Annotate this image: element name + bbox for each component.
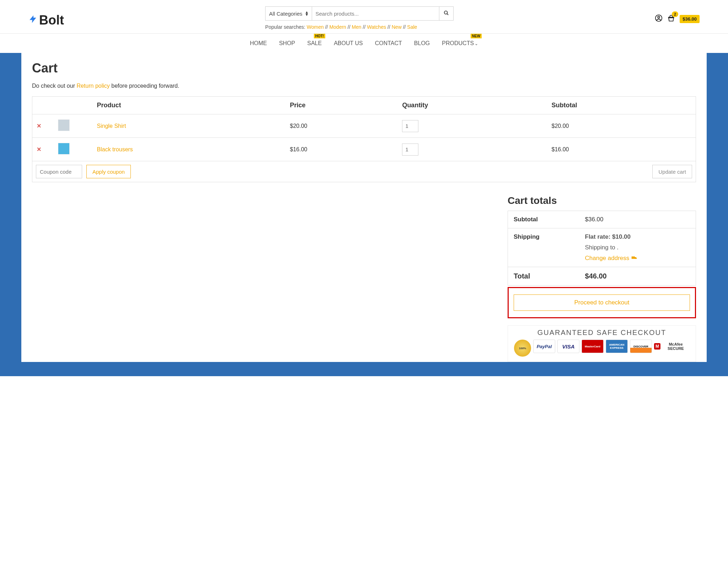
cart-row: ✕ Black trousers $16.00 $16.00 [32,138,696,161]
guarantee-seal-icon: 100% [514,340,531,357]
amex-icon: AMERICAN EXPRESS [606,340,628,353]
svg-line-1 [447,13,448,15]
top-header: Bolt All Categories ▲▼ Popular searches:… [0,0,728,33]
cart-icon[interactable]: 2 [667,15,675,23]
svg-point-3 [658,16,660,18]
item-price: $16.00 [285,138,398,161]
svg-rect-5 [632,256,635,259]
coupon-input[interactable] [36,165,82,178]
popular-link[interactable]: Modern [329,24,346,30]
product-link[interactable]: Single Shirt [97,123,126,129]
subtotal-value: $36.00 [579,211,696,228]
nav-shop[interactable]: SHOP [279,40,295,47]
category-select[interactable]: All Categories ▲▼ [265,6,311,21]
remove-item-button[interactable]: ✕ [37,123,41,129]
page-frame: Cart Do check out our Return policy befo… [0,53,728,376]
item-price: $20.00 [285,114,398,138]
nav-products[interactable]: PRODUCTS⌄ NEW [442,40,478,47]
totals-table: Subtotal $36.00 Shipping Flat rate: $10.… [508,211,696,286]
select-arrows-icon: ▲▼ [305,11,309,16]
search-icon [444,10,449,16]
popular-link[interactable]: Watches [367,24,386,30]
update-cart-button[interactable]: Update cart [652,165,692,178]
return-policy-link[interactable]: Return policy [76,83,109,89]
bolt-icon [28,13,38,27]
category-selected: All Categories [269,11,302,17]
return-policy-notice: Do check out our Return policy before pr… [32,83,696,89]
product-thumbnail[interactable] [58,143,70,155]
cart-totals: Cart totals Subtotal $36.00 Shipping Fla… [508,195,696,362]
quantity-input[interactable] [402,120,418,132]
quantity-input[interactable] [402,144,418,156]
cart-totals-title: Cart totals [508,195,696,206]
header-icons: 2 $36.00 [655,14,700,23]
item-subtotal: $20.00 [547,114,696,138]
shipping-to: Shipping to . [585,244,690,251]
main-nav: HOME SHOP SALE HOT! ABOUT US CONTACT BLO… [0,33,728,53]
search-button[interactable] [439,6,454,21]
col-price: Price [285,97,398,114]
cart-table: Product Price Quantity Subtotal ✕ Single… [32,96,696,182]
search-bar: All Categories ▲▼ [265,6,454,21]
svg-point-0 [444,11,448,14]
page-title: Cart [32,61,696,76]
product-link[interactable]: Black trousers [97,146,133,152]
total-label: Total [508,267,579,286]
cart-count-badge: 2 [672,11,678,17]
apply-coupon-button[interactable]: Apply coupon [86,165,131,178]
popular-label: Popular searches: [265,24,305,30]
proceed-to-checkout-button[interactable]: Proceed to checkout [514,294,690,311]
popular-link[interactable]: Sale [407,24,417,30]
shipping-flat-rate: Flat rate: $10.00 [585,233,631,240]
mastercard-icon: MasterCard [582,340,604,353]
subtotal-label: Subtotal [508,211,579,228]
truck-icon [631,255,637,261]
content: Cart Do check out our Return policy befo… [21,53,707,362]
popular-searches: Popular searches: Women // Modern // Men… [265,24,454,30]
nav-about[interactable]: ABOUT US [334,40,363,47]
logo[interactable]: Bolt [28,13,64,28]
nav-blog[interactable]: BLOG [414,40,430,47]
paypal-icon: PayPal [533,340,555,353]
total-value: $46.00 [579,267,696,286]
col-quantity: Quantity [398,97,547,114]
shipping-label: Shipping [508,228,579,267]
svg-rect-4 [668,17,674,18]
item-subtotal: $16.00 [547,138,696,161]
visa-icon: VISA [557,340,579,353]
account-icon[interactable] [655,14,663,23]
popular-link[interactable]: Women [307,24,324,30]
nav-sale[interactable]: SALE HOT! [307,40,322,47]
cart-row: ✕ Single Shirt $20.00 $20.00 [32,114,696,138]
safe-checkout-title: GUARANTEED SAFE CHECKOUT [513,329,691,337]
cart-total-badge[interactable]: $36.00 [680,15,700,23]
chevron-down-icon: ⌄ [475,41,478,46]
hot-badge: HOT! [314,34,325,38]
popular-link[interactable]: New [392,24,402,30]
new-badge: NEW [471,34,482,38]
remove-item-button[interactable]: ✕ [37,146,41,152]
cart-actions-row: Apply coupon Update cart [32,161,696,182]
col-subtotal: Subtotal [547,97,696,114]
logo-text: Bolt [39,13,64,28]
change-address-link[interactable]: Change address [585,255,637,262]
search-input[interactable] [312,6,440,21]
col-product: Product [93,97,286,114]
safe-checkout: GUARANTEED SAFE CHECKOUT 100% PayPal VIS… [508,325,696,362]
nav-contact[interactable]: CONTACT [375,40,402,47]
product-thumbnail[interactable] [58,119,70,131]
mcafee-icon: MMcAfee SECURE [654,340,690,353]
search-area: All Categories ▲▼ Popular searches: Wome… [78,6,641,30]
nav-home[interactable]: HOME [250,40,267,47]
popular-link[interactable]: Men [352,24,361,30]
checkout-highlight: Proceed to checkout [508,287,696,318]
discover-icon: DISCOVER [630,340,652,353]
